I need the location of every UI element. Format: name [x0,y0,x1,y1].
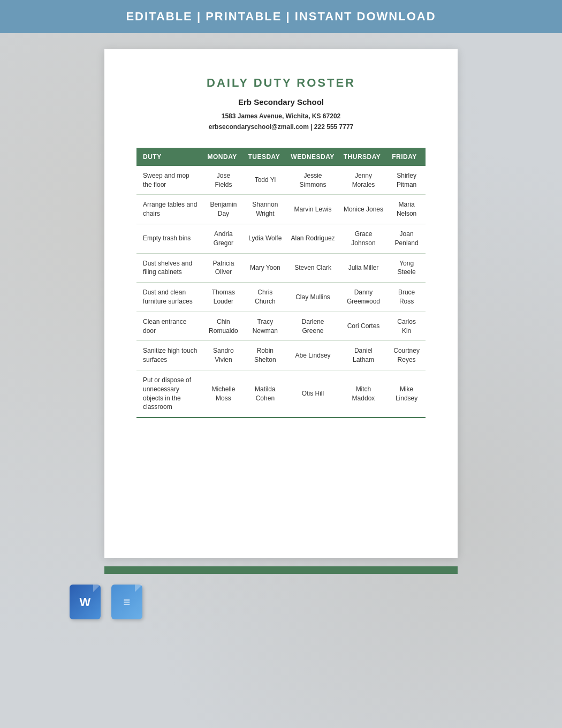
cell-monday: Andria Gregor [203,224,244,253]
cell-friday: Bruce Ross [388,283,426,312]
cell-monday: Thomas Louder [203,283,244,312]
cell-tuesday: Tracy Newman [244,312,286,341]
header-duty: DUTY [136,148,203,166]
cell-monday: Patricia Oliver [203,253,244,283]
cell-friday: Courtney Reyes [388,341,426,370]
school-address: 1583 James Avenue, Wichita, KS 67202 erb… [136,111,426,133]
cell-thursday: Cori Cortes [339,312,388,341]
table-row: Sanitize high touch surfacesSandro Vivie… [136,341,426,370]
table-row: Sweep and mop the floorJose FieldsTodd Y… [136,166,426,195]
cell-thursday: Daniel Latham [339,341,388,370]
cell-friday: Yong Steele [388,253,426,283]
cell-tuesday: Shannon Wright [244,195,286,224]
cell-thursday: Monice Jones [339,195,388,224]
header-wednesday: WEDNESDAY [286,148,339,166]
docs-lines: ≡ [124,595,131,609]
cell-tuesday: Mary Yoon [244,253,286,283]
address-line2: erbsecondaryschool@zmail.com | 222 555 7… [209,123,354,131]
header-friday: FRIDAY [388,148,426,166]
cell-thursday: Grace Johnson [339,224,388,253]
cell-friday: Joan Penland [388,224,426,253]
table-row: Clean entrance doorChin RomualdoTracy Ne… [136,312,426,341]
cell-duty: Put or dispose of unnecessary objects in… [136,370,203,418]
header-thursday: THURSDAY [339,148,388,166]
document-title: DAILY DUTY ROSTER [136,76,426,90]
bottom-icons: W ≡ [0,585,142,619]
cell-duty: Sweep and mop the floor [136,166,203,195]
document: DAILY DUTY ROSTER Erb Secondary School 1… [104,49,458,558]
cell-monday: Michelle Moss [203,370,244,418]
address-line1: 1583 James Avenue, Wichita, KS 67202 [222,112,340,120]
cell-duty: Dust shelves and filing cabinets [136,253,203,283]
cell-wednesday: Abe Lindsey [286,341,339,370]
table-row: Empty trash binsAndria GregorLydia Wolfe… [136,224,426,253]
table-row: Arrange tables and chairsBenjamin DaySha… [136,195,426,224]
cell-friday: Maria Nelson [388,195,426,224]
cell-wednesday: Alan Rodriguez [286,224,339,253]
header-tuesday: TUESDAY [244,148,286,166]
cell-duty: Sanitize high touch surfaces [136,341,203,370]
cell-thursday: Danny Greenwood [339,283,388,312]
cell-thursday: Jenny Morales [339,166,388,195]
cell-tuesday: Chris Church [244,283,286,312]
docs-icon[interactable]: ≡ [111,585,142,619]
cell-wednesday: Steven Clark [286,253,339,283]
cell-tuesday: Lydia Wolfe [244,224,286,253]
cell-duty: Empty trash bins [136,224,203,253]
cell-monday: Jose Fields [203,166,244,195]
cell-wednesday: Otis Hill [286,370,339,418]
cell-tuesday: Matilda Cohen [244,370,286,418]
footer-bar [104,566,458,574]
school-name: Erb Secondary School [136,97,426,107]
cell-duty: Dust and clean furniture surfaces [136,283,203,312]
cell-wednesday: Marvin Lewis [286,195,339,224]
banner-text: EDITABLE | PRINTABLE | INSTANT DOWNLOAD [126,10,436,23]
word-icon[interactable]: W [70,585,101,619]
cell-duty: Arrange tables and chairs [136,195,203,224]
cell-monday: Sandro Vivien [203,341,244,370]
cell-friday: Carlos Kin [388,312,426,341]
cell-monday: Chin Romualdo [203,312,244,341]
table-row: Dust shelves and filing cabinetsPatricia… [136,253,426,283]
cell-thursday: Mitch Maddox [339,370,388,418]
cell-wednesday: Darlene Greene [286,312,339,341]
cell-friday: Shirley Pitman [388,166,426,195]
cell-duty: Clean entrance door [136,312,203,341]
header-monday: MONDAY [203,148,244,166]
cell-wednesday: Clay Mullins [286,283,339,312]
cell-wednesday: Jessie Simmons [286,166,339,195]
cell-thursday: Julia Miller [339,253,388,283]
cell-friday: Mike Lindsey [388,370,426,418]
word-letter: W [80,595,91,609]
cell-tuesday: Todd Yi [244,166,286,195]
top-banner: EDITABLE | PRINTABLE | INSTANT DOWNLOAD [0,0,562,33]
table-row: Put or dispose of unnecessary objects in… [136,370,426,418]
cell-tuesday: Robin Shelton [244,341,286,370]
table-header-row: DUTY MONDAY TUESDAY WEDNESDAY THURSDAY F… [136,148,426,166]
duty-roster-table: DUTY MONDAY TUESDAY WEDNESDAY THURSDAY F… [136,148,426,418]
cell-monday: Benjamin Day [203,195,244,224]
table-row: Dust and clean furniture surfacesThomas … [136,283,426,312]
